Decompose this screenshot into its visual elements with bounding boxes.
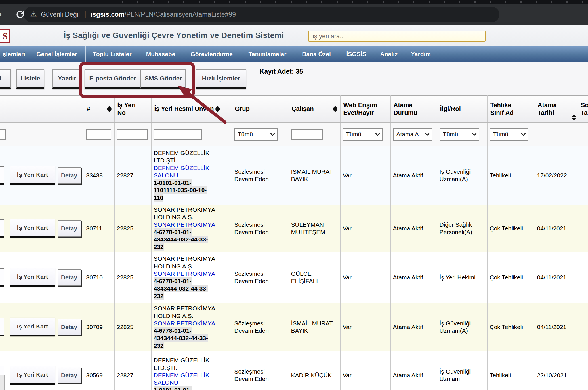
cell-num: 30709: [84, 303, 114, 351]
cell-calisan: İSMAİL MURAT BAYIK: [289, 146, 340, 205]
filter-calisan-input[interactable]: [291, 129, 323, 140]
workplace-link[interactable]: SONAR PETROKİMYA: [154, 221, 215, 228]
workplace-link[interactable]: SONAR PETROKİMYA: [154, 320, 215, 327]
filter-isyeri-no-input[interactable]: [117, 129, 148, 140]
kayit-button-cut[interactable]: yıt: [0, 69, 11, 89]
sort-icon[interactable]: [107, 106, 112, 112]
cell-grup: Sözleşmesi Devam Eden: [232, 303, 289, 351]
eposta-gonder-button[interactable]: E-posta Gönder: [85, 69, 141, 89]
sms-gonder-button[interactable]: SMS Gönder: [141, 69, 186, 89]
listele-button[interactable]: Listele: [16, 69, 44, 89]
is-yeri-kart-button[interactable]: İş Yeri Kart: [10, 318, 55, 336]
cell-calisan: KADİR KÜÇÜK: [289, 351, 340, 390]
menu-item-tanimlamalar[interactable]: Tanımlamalar: [241, 46, 294, 62]
hizli-islemler-button[interactable]: Hızlı İşlemler: [196, 69, 246, 89]
filter-unvan-input[interactable]: [154, 129, 202, 140]
header-web-col: Web Erişim Evet/Hayır: [340, 96, 390, 123]
cell-ilgi: İş Güvenliği Uzmanı(A): [437, 303, 487, 351]
is-yeri-kart-button[interactable]: İş Yeri Kart: [10, 219, 55, 238]
cell-tehlike: Tehlikeli: [487, 351, 535, 390]
header-son-col: So Ta: [578, 96, 588, 123]
cell-calisan: İSMAİL MURAT BAYIK: [289, 303, 340, 351]
workplace-link[interactable]: DEFNEM GÜZELLİK SALONU: [154, 165, 209, 179]
cell-atama: Atama Aktif: [390, 205, 437, 252]
detay-button[interactable]: Detay: [58, 367, 81, 383]
workplace-search-input[interactable]: [308, 31, 486, 42]
table-header-row: # İş Yeri No İş Yeri Resmi Unvan Grup Ça…: [0, 96, 588, 123]
chevron-down-icon: [375, 132, 380, 136]
url-path: /PLN/PLN/CalisanisyeriAtamaListe#99: [125, 11, 236, 18]
cell-unvan: DEFNEM GÜZELLİK LTD.ŞTİ. DEFNEM GÜZELLİK…: [151, 146, 232, 205]
cell-unvan: DEFNEM GÜZELLİK LTD.ŞTİ. DEFNEM GÜZELLİK…: [151, 351, 232, 390]
cell-tarih: 17/02/2022: [535, 146, 578, 205]
table-row: İş Yeri Kart Detay 30710 22825 SONAR PET…: [0, 252, 588, 303]
cut-filter-input[interactable]: [0, 129, 6, 140]
cell-num: 30710: [84, 252, 114, 303]
menu-item-genel-islemler[interactable]: Genel İşlemler: [28, 46, 86, 62]
menu-item-yardim[interactable]: Yardım: [404, 46, 438, 62]
chevron-down-icon: [270, 132, 275, 136]
table-row: İş Yeri Kart Detay 30709 22825 SONAR PET…: [0, 303, 588, 351]
cell-ilgi: İş Yeri Hekimi: [437, 252, 487, 303]
cell-ilgi: Diğer Sağlık Personeli(A): [437, 205, 487, 252]
cell-unvan: SONAR PETROKİMYA HOLDİNG A.Ş. SONAR PETR…: [151, 303, 232, 351]
page-header: S İş Sağlığı ve Güvenliği Çevre Yönetim …: [0, 25, 588, 46]
url-host: isgsis.com: [91, 11, 125, 18]
filter-atama-select[interactable]: Atama A: [393, 128, 432, 141]
sort-icon[interactable]: [215, 106, 220, 112]
cell-tehlike: Çok Tehlikeli: [487, 205, 535, 252]
detay-button[interactable]: Detay: [58, 220, 81, 237]
cell-atama: Atama Aktif: [390, 146, 437, 205]
cell-isyeri-no: 22827: [114, 351, 151, 390]
cell-num: 33438: [84, 146, 114, 205]
sort-icon[interactable]: [572, 114, 576, 121]
header-ilgi-col: İlgi/Rol: [437, 96, 487, 123]
chevron-down-icon: [521, 132, 526, 136]
cell-web: Var: [340, 252, 390, 303]
not-secure-warning-icon: ⚠: [30, 10, 37, 19]
url-bar[interactable]: ⚠ Güvenli Değil | isgsis.com /PLN/PLN/Ca…: [24, 7, 499, 22]
detay-button[interactable]: Detay: [58, 167, 81, 184]
chevron-down-icon: [425, 132, 429, 136]
is-yeri-kart-button[interactable]: İş Yeri Kart: [10, 166, 55, 185]
filter-web-select[interactable]: Tümü: [343, 128, 383, 141]
cut-button[interactable]: [0, 166, 4, 185]
cut-button[interactable]: [0, 268, 4, 287]
forward-icon[interactable]: »: [0, 7, 2, 20]
cell-grup: Sözleşmesi Devam Eden: [232, 252, 289, 303]
record-count-label: Kayıt Adet: 35: [260, 68, 303, 75]
cut-button[interactable]: [0, 318, 4, 336]
header-grup-col: Grup: [232, 96, 289, 123]
filter-grup-select[interactable]: Tümü: [234, 128, 278, 141]
screen: » ⚠ Güvenli Değil | isgsis.com /PLN/PLN/…: [0, 0, 588, 390]
is-yeri-kart-button[interactable]: İş Yeri Kart: [10, 268, 55, 287]
detay-button[interactable]: Detay: [58, 269, 81, 286]
app-logo: S: [0, 29, 10, 43]
menu-item-bana-ozel[interactable]: Bana Özel: [294, 46, 339, 62]
sort-icon[interactable]: [333, 106, 337, 112]
filter-tehlike-select[interactable]: Tümü: [490, 128, 528, 141]
yazdir-button[interactable]: Yazdır: [52, 69, 82, 89]
table-row: İş Yeri Kart Detay 30569 22827 DEFNEM GÜ…: [0, 351, 588, 390]
cut-button[interactable]: [0, 219, 4, 238]
scrollbar-corner[interactable]: [0, 375, 5, 390]
filter-ilgi-select[interactable]: Tümü: [440, 128, 479, 141]
menu-item-analiz[interactable]: Analiz: [374, 46, 404, 62]
menu-item-islemleri[interactable]: şlemleri: [0, 46, 28, 62]
detay-button[interactable]: Detay: [58, 319, 81, 335]
cell-tarih: 04/11/2021: [535, 205, 578, 252]
cell-atama: Atama Aktif: [390, 303, 437, 351]
filter-num-input[interactable]: [86, 129, 111, 140]
main-menu: şlemleri Genel İşlemler Toplu Listeler M…: [0, 46, 588, 62]
menu-item-gorevlendirme[interactable]: Görevlendirme: [182, 46, 241, 62]
menu-item-muhasebe[interactable]: Muhasebe: [139, 46, 182, 62]
menu-item-isgsis[interactable]: İSGSİS: [339, 46, 374, 62]
cell-tarih: 04/11/2021: [535, 303, 578, 351]
is-yeri-kart-button[interactable]: İş Yeri Kart: [10, 366, 55, 385]
header-num-col: #: [84, 96, 114, 123]
workplace-link[interactable]: DEFNEM GÜZELLİK SALONU: [154, 372, 209, 386]
action-toolbar: yıt Listele Yazdır E-posta Gönder SMS Gö…: [0, 62, 588, 95]
menu-item-toplu-listeler[interactable]: Toplu Listeler: [86, 46, 139, 62]
workplace-link[interactable]: SONAR PETROKİMYA: [154, 270, 215, 277]
header-unvan-col: İş Yeri Resmi Unvan: [151, 96, 232, 123]
